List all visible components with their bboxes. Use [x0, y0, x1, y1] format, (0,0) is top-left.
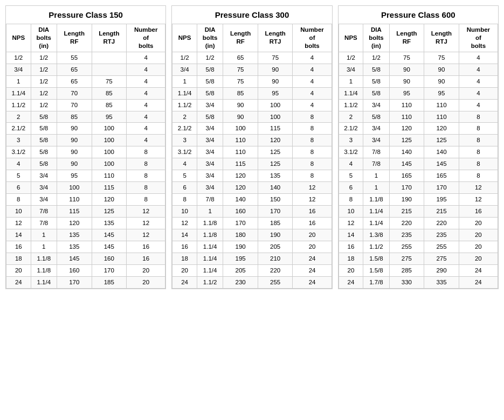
- cell-2-2-2: 90: [389, 75, 424, 87]
- cell-0-11-2: 100: [57, 182, 92, 194]
- table-row: 241.1/223025524: [172, 276, 332, 288]
- cell-2-11-0: 6: [339, 182, 363, 194]
- cell-1-3-1: 5/8: [197, 87, 223, 99]
- cell-2-9-1: 7/8: [363, 158, 389, 170]
- cell-1-6-0: 2.1/2: [172, 123, 197, 135]
- cell-2-7-2: 125: [389, 135, 424, 146]
- cell-2-16-1: 1.1/2: [363, 241, 389, 253]
- cell-2-9-3: 145: [424, 158, 459, 170]
- cell-0-10-4: 8: [127, 170, 165, 182]
- cell-0-6-0: 2.1/2: [6, 123, 31, 135]
- table-row: 2.1/23/41001158: [172, 123, 332, 135]
- cell-1-0-0: 1/2: [172, 52, 197, 64]
- cell-0-17-0: 18: [6, 253, 31, 264]
- cell-1-7-4: 8: [293, 135, 332, 146]
- cell-0-4-0: 1.1/2: [6, 99, 31, 111]
- cell-1-13-0: 10: [172, 206, 197, 218]
- cell-2-4-3: 110: [424, 99, 459, 111]
- cell-2-9-4: 8: [459, 158, 498, 170]
- cell-0-18-0: 20: [6, 264, 31, 276]
- cell-0-19-1: 1.1/4: [31, 276, 57, 288]
- cell-1-5-0: 2: [172, 111, 197, 123]
- cell-2-5-4: 8: [459, 111, 498, 123]
- cell-2-3-4: 4: [459, 87, 498, 99]
- cell-1-10-4: 8: [293, 170, 332, 182]
- col-header-0-0: NPS: [6, 24, 31, 52]
- table-row: 33/41101208: [172, 135, 332, 146]
- col-header-0-4: Numberofbolts: [127, 24, 165, 52]
- table-row: 127/812013512: [6, 217, 165, 229]
- cell-0-0-2: 55: [57, 52, 92, 64]
- table-row: 33/41251258: [339, 135, 498, 146]
- cell-1-17-1: 1.1/4: [197, 253, 223, 264]
- cell-2-4-0: 1.1/2: [339, 99, 363, 111]
- table-row: 1.1/45/885954: [172, 87, 332, 99]
- table-row: 3.1/25/8901008: [6, 146, 165, 158]
- table-row: 25/8901008: [172, 111, 332, 123]
- cell-2-1-4: 4: [459, 64, 498, 75]
- cell-0-17-4: 16: [127, 253, 165, 264]
- cell-1-7-0: 3: [172, 135, 197, 146]
- cell-1-19-1: 1.1/2: [197, 276, 223, 288]
- col-header-1-4: Numberofbolts: [293, 24, 332, 52]
- cell-2-15-1: 1.3/8: [363, 229, 389, 241]
- table-row: 87/814015012: [172, 194, 332, 206]
- cell-1-9-1: 3/4: [197, 158, 223, 170]
- cell-0-2-3: 75: [92, 75, 127, 87]
- cell-0-15-1: 1: [31, 229, 57, 241]
- cell-1-2-3: 90: [258, 75, 293, 87]
- cell-1-13-4: 16: [293, 206, 332, 218]
- table-row: 63/41001158: [6, 182, 165, 194]
- cell-1-5-2: 90: [223, 111, 258, 123]
- cell-0-2-1: 1/2: [31, 75, 57, 87]
- table-row: 2.1/23/41201208: [339, 123, 498, 135]
- cell-1-4-1: 3/4: [197, 99, 223, 111]
- cell-0-6-3: 100: [92, 123, 127, 135]
- cell-0-2-0: 1: [6, 75, 31, 87]
- table-row: 1/21/265754: [172, 52, 332, 64]
- cell-0-16-1: 1: [31, 241, 57, 253]
- cell-2-8-2: 140: [389, 146, 424, 158]
- cell-2-2-1: 5/8: [363, 75, 389, 87]
- cell-0-11-4: 8: [127, 182, 165, 194]
- table-row: 3/41/2654: [6, 64, 165, 75]
- cell-1-9-0: 4: [172, 158, 197, 170]
- cell-1-15-2: 180: [223, 229, 258, 241]
- cell-1-1-2: 75: [223, 64, 258, 75]
- cell-2-3-1: 5/8: [363, 87, 389, 99]
- cell-0-0-1: 1/2: [31, 52, 57, 64]
- cell-0-19-2: 170: [57, 276, 92, 288]
- cell-0-9-2: 90: [57, 158, 92, 170]
- cell-1-19-2: 230: [223, 276, 258, 288]
- cell-0-4-1: 1/2: [31, 99, 57, 111]
- cell-2-1-1: 5/8: [363, 64, 389, 75]
- cell-2-12-2: 190: [389, 194, 424, 206]
- cell-0-11-0: 6: [6, 182, 31, 194]
- cell-2-17-2: 275: [389, 253, 424, 264]
- cell-0-3-1: 1/2: [31, 87, 57, 99]
- col-header-0-3: LengthRTJ: [92, 24, 127, 52]
- table-row: 11/265754: [6, 75, 165, 87]
- cell-0-13-1: 7/8: [31, 206, 57, 218]
- cell-1-6-2: 100: [223, 123, 258, 135]
- cell-2-19-3: 335: [424, 276, 459, 288]
- cell-2-8-0: 3.1/2: [339, 146, 363, 158]
- cell-1-16-0: 16: [172, 241, 197, 253]
- cell-0-1-4: 4: [127, 64, 165, 75]
- cell-0-13-0: 10: [6, 206, 31, 218]
- cell-1-14-2: 170: [223, 217, 258, 229]
- cell-0-11-3: 115: [92, 182, 127, 194]
- cell-2-14-0: 12: [339, 217, 363, 229]
- cell-1-1-0: 3/4: [172, 64, 197, 75]
- cell-2-18-0: 20: [339, 264, 363, 276]
- cell-2-2-3: 90: [424, 75, 459, 87]
- cell-1-4-3: 100: [258, 99, 293, 111]
- cell-2-1-2: 90: [389, 64, 424, 75]
- table-row: 3/45/890904: [339, 64, 498, 75]
- cell-1-11-1: 3/4: [197, 182, 223, 194]
- cell-2-7-3: 125: [424, 135, 459, 146]
- table-row: 241.7/833033524: [339, 276, 498, 288]
- table-row: 241.1/417018520: [6, 276, 165, 288]
- cell-1-9-3: 125: [258, 158, 293, 170]
- cell-1-8-4: 8: [293, 146, 332, 158]
